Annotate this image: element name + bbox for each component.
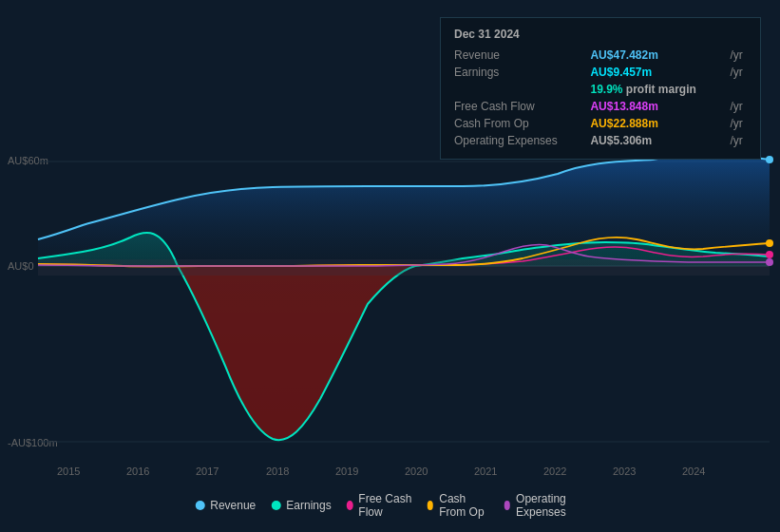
info-label-revenue: Revenue (454, 47, 590, 64)
info-unit-fcf: /yr (730, 98, 747, 115)
info-value-margin: 19.9% profit margin (590, 81, 730, 98)
legend-label-revenue: Revenue (210, 499, 256, 512)
legend-label-earnings: Earnings (286, 499, 331, 512)
info-value-cashop: AU$22.888m (590, 115, 730, 132)
info-row-earnings: Earnings AU$9.457m /yr (454, 64, 747, 81)
legend-item-earnings[interactable]: Earnings (271, 499, 331, 512)
legend: Revenue Earnings Free Cash Flow Cash Fro… (195, 492, 585, 519)
legend-dot-opex (504, 501, 510, 510)
info-value-opex: AU$5.306m (590, 132, 730, 149)
info-label-opex: Operating Expenses (454, 132, 590, 149)
info-unit-earnings: /yr (730, 64, 747, 81)
svg-point-5 (766, 251, 773, 258)
info-label-fcf: Free Cash Flow (454, 98, 590, 115)
info-unit-opex: /yr (730, 132, 747, 149)
legend-item-revenue[interactable]: Revenue (195, 499, 256, 512)
legend-label-fcf: Free Cash Flow (358, 492, 411, 519)
chart-container: Dec 31 2024 Revenue AU$47.482m /yr Earni… (0, 0, 780, 532)
svg-point-6 (766, 258, 773, 266)
legend-dot-revenue (195, 501, 204, 510)
info-value-fcf: AU$13.848m (590, 98, 730, 115)
legend-item-opex[interactable]: Operating Expenses (504, 492, 584, 519)
legend-dot-fcf (347, 501, 353, 510)
info-row-cashop: Cash From Op AU$22.888m /yr (454, 115, 747, 132)
info-row-revenue: Revenue AU$47.482m /yr (454, 47, 747, 64)
legend-dot-cashop (428, 501, 434, 510)
info-value-earnings: AU$9.457m (590, 64, 730, 81)
info-row-opex: Operating Expenses AU$5.306m /yr (454, 132, 747, 149)
info-date: Dec 31 2024 (454, 28, 747, 41)
svg-point-3 (766, 156, 773, 163)
info-row-margin: 19.9% profit margin (454, 81, 747, 98)
info-unit-cashop: /yr (730, 115, 747, 132)
legend-item-cashop[interactable]: Cash From Op (428, 492, 489, 519)
info-value-revenue: AU$47.482m (590, 47, 730, 64)
legend-label-cashop: Cash From Op (439, 492, 488, 519)
legend-label-opex: Operating Expenses (516, 492, 585, 519)
info-label-earnings: Earnings (454, 64, 590, 81)
legend-dot-earnings (271, 501, 280, 510)
info-label-cashop: Cash From Op (454, 115, 590, 132)
info-box: Dec 31 2024 Revenue AU$47.482m /yr Earni… (440, 17, 761, 160)
info-unit-revenue: /yr (730, 47, 747, 64)
legend-item-fcf[interactable]: Free Cash Flow (347, 492, 412, 519)
info-row-fcf: Free Cash Flow AU$13.848m /yr (454, 98, 747, 115)
svg-point-4 (766, 239, 773, 247)
info-label-margin (454, 81, 590, 98)
